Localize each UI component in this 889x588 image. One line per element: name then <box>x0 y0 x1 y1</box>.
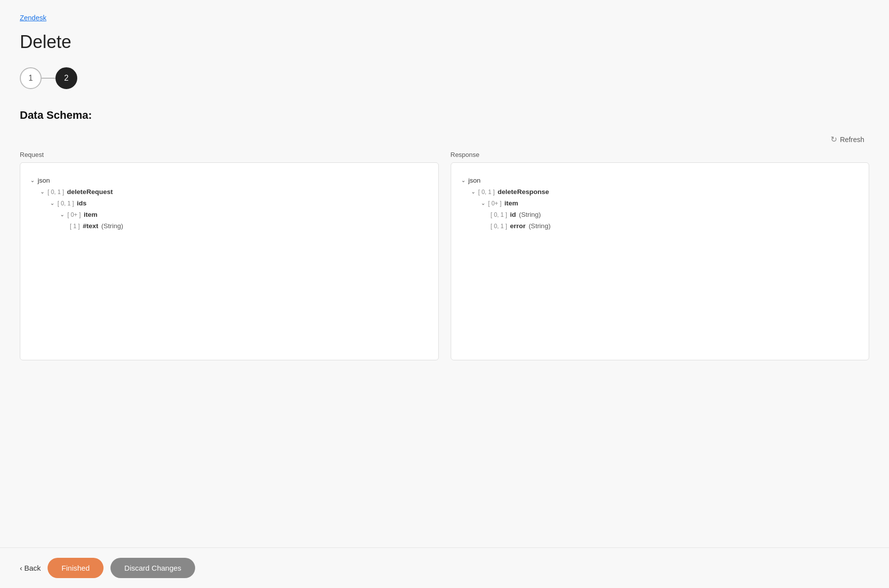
tree-item: ⌄ [ 0, 1 ] deleteRequest <box>30 186 428 197</box>
tree-item: ⌄ [ 0, 1 ] deleteResponse <box>461 186 859 197</box>
chevron-icon[interactable]: ⌄ <box>50 200 54 206</box>
field-name: item <box>505 199 519 207</box>
badge: [ 0, 1 ] <box>478 189 495 196</box>
badge: [ 0, 1 ] <box>491 223 507 230</box>
field-name: id <box>510 211 516 218</box>
discard-changes-button[interactable]: Discard Changes <box>110 558 195 578</box>
badge: [ 0, 1 ] <box>491 211 507 218</box>
finished-button[interactable]: Finished <box>48 558 104 578</box>
tree-item: ⌄ [ 0, 1 ] ids <box>30 197 428 209</box>
field-name: #text <box>83 222 99 230</box>
chevron-icon[interactable]: ⌄ <box>471 189 475 195</box>
badge: [ 0+ ] <box>67 211 81 218</box>
tree-item: ⌄ json <box>461 175 859 186</box>
breadcrumb-link[interactable]: Zendesk <box>20 14 47 22</box>
refresh-label: Refresh <box>840 136 864 144</box>
tree-item: [ 0, 1 ] error (String) <box>461 220 859 232</box>
response-schema-box: ⌄ json ⌄ [ 0, 1 ] deleteResponse ⌄ [ 0+ … <box>451 162 870 360</box>
refresh-icon: ↻ <box>831 135 837 144</box>
tree-item: ⌄ [ 0+ ] item <box>30 209 428 220</box>
step-1: 1 <box>20 67 42 89</box>
page-title: Delete <box>20 32 869 52</box>
badge: [ 0+ ] <box>488 200 502 207</box>
footer-actions: ‹ Back Finished Discard Changes <box>0 547 889 588</box>
badge: [ 1 ] <box>70 223 80 230</box>
step-connector <box>42 78 55 79</box>
step-2: 2 <box>55 67 77 89</box>
chevron-icon[interactable]: ⌄ <box>481 200 485 206</box>
step-indicator: 1 2 <box>20 67 869 89</box>
badge: [ 0, 1 ] <box>48 189 64 196</box>
request-schema-box: ⌄ json ⌄ [ 0, 1 ] deleteRequest ⌄ [ 0, 1… <box>20 162 439 360</box>
tree-item: [ 0, 1 ] id (String) <box>461 209 859 220</box>
chevron-icon[interactable]: ⌄ <box>461 177 466 184</box>
chevron-icon[interactable]: ⌄ <box>60 211 64 218</box>
type-label: (String) <box>528 222 550 230</box>
badge: [ 0, 1 ] <box>57 200 74 207</box>
field-name: ids <box>77 199 87 207</box>
data-schema-title: Data Schema: <box>20 109 869 122</box>
type-label: (String) <box>519 211 541 218</box>
chevron-icon[interactable]: ⌄ <box>40 189 45 195</box>
back-icon: ‹ <box>20 564 22 572</box>
request-panel: Request ⌄ json ⌄ [ 0, 1 ] deleteRequest … <box>20 151 439 360</box>
field-name: deleteRequest <box>67 188 112 196</box>
response-label: Response <box>451 151 870 158</box>
refresh-button[interactable]: ↻ Refresh <box>826 132 869 147</box>
tree-item: ⌄ json <box>30 175 428 186</box>
chevron-icon[interactable]: ⌄ <box>30 177 35 184</box>
tree-item: ⌄ [ 0+ ] item <box>461 197 859 209</box>
field-name: error <box>510 222 526 230</box>
schema-panels: Request ⌄ json ⌄ [ 0, 1 ] deleteRequest … <box>20 151 869 360</box>
back-button[interactable]: ‹ Back <box>20 564 41 572</box>
toolbar: ↻ Refresh <box>20 132 869 147</box>
field-label: json <box>38 177 50 184</box>
type-label: (String) <box>102 222 123 230</box>
back-label: Back <box>24 564 41 572</box>
field-label: json <box>469 177 481 184</box>
field-name: deleteResponse <box>498 188 549 196</box>
response-panel: Response ⌄ json ⌄ [ 0, 1 ] deleteRespons… <box>451 151 870 360</box>
request-label: Request <box>20 151 439 158</box>
tree-item: [ 1 ] #text (String) <box>30 220 428 232</box>
page-container: Zendesk Delete 1 2 Data Schema: ↻ Refres… <box>0 0 889 588</box>
field-name: item <box>84 211 98 218</box>
